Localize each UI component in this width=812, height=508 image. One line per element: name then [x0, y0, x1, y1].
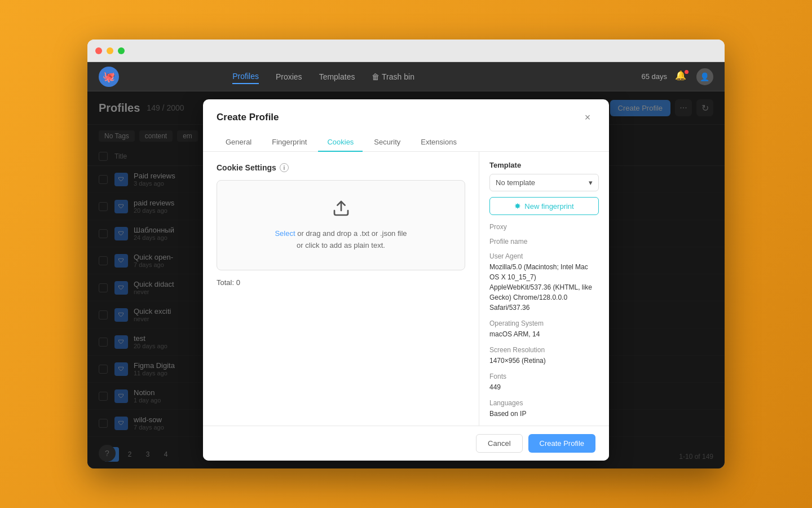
cookie-settings-label: Cookie Settings	[217, 163, 276, 172]
select-link[interactable]: Select	[275, 229, 295, 238]
cookie-settings-title: Cookie Settings i	[217, 163, 465, 172]
app-body: Profiles 149 / 2000 Tasks ⊕ Create Profi…	[87, 91, 725, 468]
total-label: Total:	[217, 278, 234, 287]
template-label: Template	[489, 161, 599, 169]
app-header: 🐙 Profiles Proxies Templates 🗑 Trash bin…	[87, 62, 725, 91]
field-label-2: User Agent	[489, 252, 599, 260]
traffic-light-yellow[interactable]	[107, 47, 113, 54]
template-select[interactable]: No template ▾	[489, 174, 599, 191]
nav-proxies[interactable]: Proxies	[276, 70, 302, 84]
tab-extensions[interactable]: Extensions	[412, 133, 466, 152]
field-label-empty-1: Proxy	[489, 223, 599, 231]
header-right: 65 days 🔔 👤	[641, 68, 713, 85]
template-value: No template	[496, 178, 535, 187]
field-label-6: Languages	[489, 399, 599, 407]
main-content: Profiles 149 / 2000 Tasks ⊕ Create Profi…	[87, 91, 725, 468]
total-value: 0	[236, 278, 240, 287]
app-content: 🐙 Profiles Proxies Templates 🗑 Trash bin…	[87, 62, 725, 468]
modal-left-panel: Cookie Settings i	[203, 152, 479, 426]
field-value-6: Based on IP	[489, 409, 599, 419]
new-fingerprint-button[interactable]: ✸ New fingerprint	[489, 197, 599, 215]
field-label-3: Operating System	[489, 319, 599, 327]
nav-profiles[interactable]: Profiles	[232, 69, 259, 84]
modal-title: Create Profile	[217, 112, 279, 123]
app-nav: Profiles Proxies Templates 🗑 Trash bin	[232, 69, 414, 84]
field-value-2: Mozilla/5.0 (Macintosh; Intel Mac OS X 1…	[489, 262, 599, 313]
field-label-4: Screen Resolution	[489, 346, 599, 354]
drop-text-plain: or click to add as plain text.	[297, 241, 385, 249]
modal-body: Cookie Settings i	[203, 152, 609, 426]
tab-cookies[interactable]: Cookies	[318, 133, 363, 152]
right-fields-container: ProxyProfile nameUser AgentMozilla/5.0 (…	[489, 223, 599, 426]
modal-header: Create Profile ×	[203, 99, 609, 125]
browser-titlebar	[87, 40, 725, 62]
cookie-drop-zone[interactable]: Select or drag and drop a .txt or .json …	[217, 180, 465, 270]
tab-general[interactable]: General	[217, 133, 261, 152]
modal-overlay: Create Profile × General Fingerprint Coo…	[87, 91, 725, 468]
cancel-button[interactable]: Cancel	[476, 434, 522, 453]
modal-footer: Cancel Create Profile	[203, 426, 609, 461]
app-logo: 🐙	[99, 67, 119, 87]
tab-fingerprint[interactable]: Fingerprint	[263, 133, 316, 152]
notification-icon[interactable]: 🔔	[675, 70, 689, 84]
info-icon[interactable]: i	[280, 163, 289, 172]
drop-text-mid: or drag and drop a .txt or .json file	[297, 229, 407, 238]
create-button[interactable]: Create Profile	[528, 434, 595, 453]
nav-trash-bin[interactable]: 🗑 Trash bin	[372, 70, 414, 84]
total-text: Total: 0	[217, 278, 465, 287]
upload-icon	[332, 199, 350, 221]
create-profile-modal: Create Profile × General Fingerprint Coo…	[203, 99, 609, 461]
fingerprint-icon: ✸	[514, 202, 521, 211]
user-avatar[interactable]: 👤	[696, 68, 713, 85]
traffic-light-green[interactable]	[118, 47, 125, 54]
traffic-light-red[interactable]	[95, 47, 102, 54]
field-value-3: macOS ARM, 14	[489, 329, 599, 339]
drop-zone-text: Select or drag and drop a .txt or .json …	[275, 228, 407, 252]
modal-close-button[interactable]: ×	[580, 110, 595, 125]
modal-right-panel: Template No template ▾ ✸ New fingerprint…	[479, 152, 609, 426]
chevron-down-icon: ▾	[589, 178, 593, 187]
notification-dot	[685, 70, 689, 74]
field-value-5: 449	[489, 382, 599, 392]
browser-window: 🐙 Profiles Proxies Templates 🗑 Trash bin…	[87, 40, 725, 468]
tab-security[interactable]: Security	[365, 133, 409, 152]
field-label-empty-0: Profile name	[489, 238, 599, 246]
new-fingerprint-label: New fingerprint	[524, 202, 573, 211]
days-badge: 65 days	[641, 72, 667, 81]
field-label-5: Fonts	[489, 373, 599, 380]
modal-tabs: General Fingerprint Cookies Security Ext…	[203, 133, 609, 152]
field-value-4: 1470×956 (Retina)	[489, 356, 599, 366]
nav-templates[interactable]: Templates	[319, 70, 355, 84]
